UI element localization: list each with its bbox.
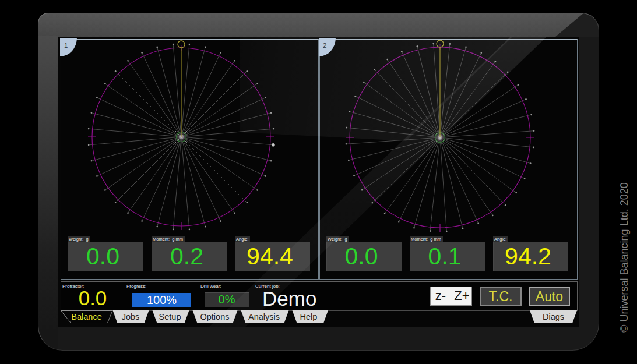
svg-text:Analysis: Analysis (248, 312, 280, 321)
svg-text:Jobs: Jobs (122, 312, 140, 321)
svg-text:Diags: Diags (543, 312, 564, 321)
svg-text:Balance: Balance (71, 312, 101, 321)
svg-text:Options: Options (200, 312, 230, 321)
svg-text:Setup: Setup (159, 312, 181, 321)
svg-text:Help: Help (300, 312, 318, 321)
